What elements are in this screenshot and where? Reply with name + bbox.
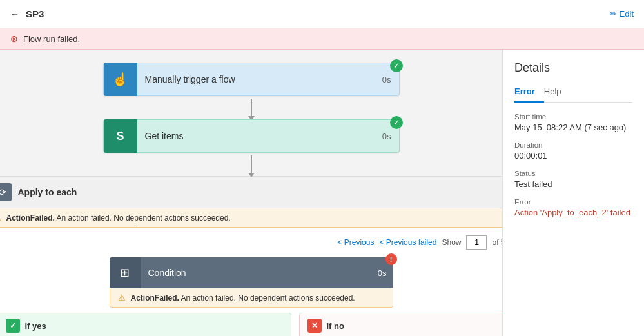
apply-icon: ⟳ (0, 183, 12, 201)
branch-no-header: ✕ If no (300, 313, 503, 336)
trigger-status-badge: ✓ (390, 59, 403, 72)
main-layout: ☝ Manually trigger a flow 0s ✓ S Get ite… (0, 50, 644, 336)
details-panel: Details Error Help Start time May 15, 08… (502, 50, 644, 336)
get-items-node[interactable]: S Get items 0s ✓ (103, 119, 400, 153)
condition-label: Condition (141, 268, 371, 278)
condition-error-badge: ! (385, 253, 397, 265)
branch-row: ✓ If yes ⟳ Apply to each 2 (0, 313, 502, 336)
get-items-label: Get items (137, 131, 375, 141)
show-label: Show (442, 238, 461, 247)
status-field: Status Test failed (514, 170, 632, 189)
previous-failed-button[interactable]: < Previous failed (379, 238, 436, 247)
pagination-row: < Previous < Previous failed Show of 5 (0, 235, 502, 250)
branch-no: ✕ If no (299, 313, 503, 336)
start-time-field: Start time May 15, 08:22 AM (7 sec ago) (514, 113, 632, 132)
tab-help[interactable]: Help (544, 83, 571, 103)
apply-to-each-block: ⟳ Apply to each ⚠ ActionFailed. An actio… (0, 176, 502, 336)
yes-icon: ✓ (6, 319, 20, 333)
trigger-node[interactable]: ☝ Manually trigger a flow 0s ✓ (103, 63, 400, 96)
status-label: Status (514, 170, 632, 177)
page-input[interactable] (466, 235, 487, 250)
branch-yes-header: ✓ If yes (0, 313, 291, 336)
previous-button[interactable]: < Previous (337, 238, 374, 247)
status-value: Test failed (514, 179, 632, 189)
duration-field: Duration 00:00:01 (514, 141, 632, 161)
apply-header: ⟳ Apply to each (0, 177, 502, 208)
top-bar: ← SP3 ✏ Edit (0, 0, 644, 28)
start-time-value: May 15, 08:22 AM (7 sec ago) (514, 123, 632, 132)
error-value: Action 'Apply_to_each_2' failed (514, 208, 632, 217)
start-time-label: Start time (514, 113, 632, 121)
trigger-duration: 0s (375, 75, 399, 84)
top-bar-left: ← SP3 (10, 8, 44, 19)
back-button[interactable]: ← (10, 9, 19, 19)
error-banner: ⊗ Flow run failed. (0, 28, 644, 50)
details-tabs: Error Help (514, 83, 632, 103)
trigger-label: Manually trigger a flow (137, 74, 375, 84)
get-items-icon: S (104, 119, 137, 153)
cond-warn-icon: ⚠ (118, 293, 126, 302)
condition-node[interactable]: ⊞ Condition 0s ! (110, 257, 393, 288)
page-title: SP3 (26, 8, 44, 19)
details-title: Details (514, 61, 632, 75)
condition-wrapper: ⊞ Condition 0s ! ⚠ ActionFailed. An acti… (0, 257, 502, 336)
if-yes-label: If yes (25, 321, 46, 331)
flow-canvas: ☝ Manually trigger a flow 0s ✓ S Get ite… (0, 50, 502, 336)
condition-error-bar: ⚠ ActionFailed. An action failed. No dep… (110, 288, 393, 308)
apply-error-text: ActionFailed. An action failed. No depen… (6, 213, 231, 222)
if-no-label: If no (327, 321, 344, 331)
of-label: of 5 (492, 238, 502, 247)
apply-title: Apply to each (18, 187, 503, 197)
trigger-icon: ☝ (104, 63, 137, 96)
condition-icon: ⊞ (110, 257, 141, 288)
duration-label: Duration (514, 141, 632, 149)
condition-duration: 0s (371, 268, 393, 278)
apply-error-bar: ⚠ ActionFailed. An action failed. No dep… (0, 208, 502, 228)
no-icon: ✕ (307, 319, 322, 333)
connector-2 (251, 155, 252, 173)
duration-value: 00:00:01 (514, 151, 632, 161)
error-field: Error Action 'Apply_to_each_2' failed (514, 198, 632, 217)
error-banner-text: Flow run failed. (23, 34, 80, 44)
get-items-status-badge: ✓ (390, 116, 403, 129)
error-banner-icon: ⊗ (10, 34, 18, 44)
apply-warn-icon: ⚠ (0, 213, 1, 222)
cond-error-text: ActionFailed. An action failed. No depen… (131, 293, 355, 302)
branch-yes: ✓ If yes ⟳ Apply to each 2 (0, 313, 291, 336)
get-items-duration: 0s (375, 132, 399, 141)
flow-center: ☝ Manually trigger a flow 0s ✓ S Get ite… (13, 63, 489, 336)
connector-1 (251, 99, 252, 117)
edit-button[interactable]: ✏ Edit (610, 9, 634, 19)
error-label: Error (514, 198, 632, 206)
apply-body: < Previous < Previous failed Show of 5 ⊞ (0, 228, 502, 336)
tab-error[interactable]: Error (514, 83, 544, 103)
